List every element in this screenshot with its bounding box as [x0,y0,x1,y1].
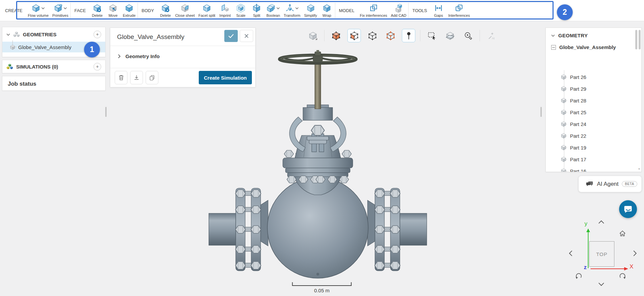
tree-part-row[interactable]: Part 24 [546,119,641,129]
toolbar-simplify-button[interactable]: Simplify [304,3,317,17]
toolbar-transform-button[interactable]: Transform [284,3,301,17]
toolbar-face-move-button[interactable]: Move [107,3,119,17]
tree-part-row[interactable]: Part 25 [546,107,641,118]
toolbar-imprint-button[interactable]: Imprint [219,3,231,17]
download-geometry-button[interactable] [130,71,143,84]
toolbar-interferences-button[interactable]: Interferences [448,3,470,17]
group-label-tools: TOOLS [411,8,429,13]
x-axis-label: X [630,263,633,270]
tree-part-row[interactable]: Part 28 [546,95,641,106]
svg-text:AI: AI [492,36,494,40]
tree-part-row[interactable]: Part 19 [546,142,641,153]
rotate-left-chevron-icon[interactable] [568,250,573,257]
toolbar-add-cad-button[interactable]: Add CAD [391,3,406,17]
probe-pin-icon [404,31,413,40]
left-panel-resize-handle[interactable] [105,107,107,117]
chevron-down-icon[interactable] [6,33,10,36]
tree-part-row[interactable]: Part 22 [546,130,641,141]
close-button[interactable] [240,30,253,42]
body-select-tool[interactable] [329,29,343,42]
scale-icon [236,4,245,12]
tree-part-row[interactable]: Part 29 [546,83,641,94]
face-select-icon [350,31,359,40]
viewport-tool-strip: AI [306,29,503,42]
chevron-right-icon [118,54,121,58]
chevron-down-icon[interactable] [276,7,280,9]
view-navigation-widget: y TOP z X [565,218,642,293]
nav-cube-top-face[interactable]: TOP [589,241,614,267]
scale-bar-label: 0.05 m [292,288,352,293]
geometry-detail-panel: Globe_Valve_Assembly Geometry Info Creat… [110,28,256,87]
toolbar-scale-button[interactable]: Scale [235,3,247,17]
scroll-down-icon[interactable]: ▾ [638,167,640,171]
ai-agent-button[interactable]: AI Agent BETA [578,176,642,192]
probe-point-tool[interactable] [402,29,415,42]
body-delete-icon [161,4,170,12]
toolbar-primitives-button[interactable]: Primitives [52,3,69,17]
part-cube-icon [561,156,567,162]
chevron-down-icon[interactable] [64,7,67,9]
simulations-header[interactable]: SIMULATIONS (0) + [2,60,105,73]
measure-tool[interactable] [461,29,475,42]
part-cube-icon [561,144,567,151]
trash-icon [118,75,124,81]
simplify-icon [306,4,315,12]
rotate-down-chevron-icon[interactable] [598,282,605,287]
right-panel-resize-handle[interactable] [540,107,542,117]
tree-part-row[interactable]: Part 17 [546,154,641,165]
toolbar-split-button[interactable]: Split [251,3,263,17]
toolbar-facet-split-button[interactable]: Facet split [198,3,215,17]
rotate-ccw-icon[interactable] [574,271,583,280]
create-simulation-button[interactable]: Create Simulation [199,71,252,84]
box-select-tool[interactable] [425,29,439,42]
part-cube-icon [561,109,567,115]
tool-separator [420,30,420,41]
toolbar-face-extrude-button[interactable]: Extrude [123,3,136,17]
toolbar-flow-volume-button[interactable]: Flow volume [28,3,49,17]
vertex-select-tool[interactable] [384,29,397,42]
rotate-cw-icon[interactable] [618,271,627,280]
fix-interferences-icon [369,4,378,12]
toolbar-body-delete-button[interactable]: Delete [159,3,172,17]
add-simulation-button[interactable]: + [93,63,101,71]
solid-select-tool[interactable] [306,29,319,42]
measure-tape-icon [464,31,473,40]
toolbar-fix-interferences-button[interactable]: Fix interferences [360,3,387,17]
rotate-right-chevron-icon[interactable] [633,250,637,257]
toolbar-boolean-button[interactable]: Boolean [266,3,280,17]
help-chat-button[interactable] [619,200,637,218]
confirm-button[interactable] [224,30,238,42]
chevron-down-icon[interactable] [41,7,45,9]
delete-geometry-button[interactable] [115,71,127,84]
face-extrude-icon [125,4,134,12]
outer-scrollbar[interactable] [639,30,641,49]
face-move-icon [109,4,117,12]
edge-select-tool[interactable] [366,29,379,42]
job-status-card[interactable]: Job status [2,76,106,91]
collapse-icon[interactable] [551,45,556,50]
toolbar-wrap-button[interactable]: Wrap [321,3,333,17]
chevron-down-icon[interactable] [295,7,299,9]
ai-tools-button[interactable]: AI [485,29,498,42]
tree-part-row[interactable]: Part 16 [546,166,641,172]
clip-plane-tool[interactable] [443,29,457,42]
chevron-down-icon[interactable] [551,34,555,37]
rotate-up-chevron-icon[interactable] [598,220,605,224]
geometry-tree-header[interactable]: GEOMETRY [546,28,641,41]
add-geometry-button[interactable]: + [93,31,101,38]
toolbar-gaps-button[interactable]: Gaps [432,3,445,17]
tree-part-row[interactable]: Part 26 [546,72,641,82]
face-select-tool[interactable] [347,29,361,42]
body-select-icon [332,31,341,40]
home-view-icon[interactable] [619,230,626,237]
add-cad-icon [394,4,403,12]
toolbar-separator [138,3,138,18]
geometry-info-section[interactable]: Geometry Info [118,53,160,59]
copy-geometry-button[interactable] [146,71,158,84]
geometry-tree-root[interactable]: Globe_Valve_Assembly [546,41,641,53]
close-sheet-icon [181,4,189,12]
geometries-header[interactable]: GEOMETRIES + [2,27,105,42]
inner-scrollbar[interactable] [635,30,637,49]
toolbar-close-sheet-button[interactable]: Close sheet [175,3,195,17]
toolbar-face-delete-button[interactable]: Delete [91,3,103,17]
